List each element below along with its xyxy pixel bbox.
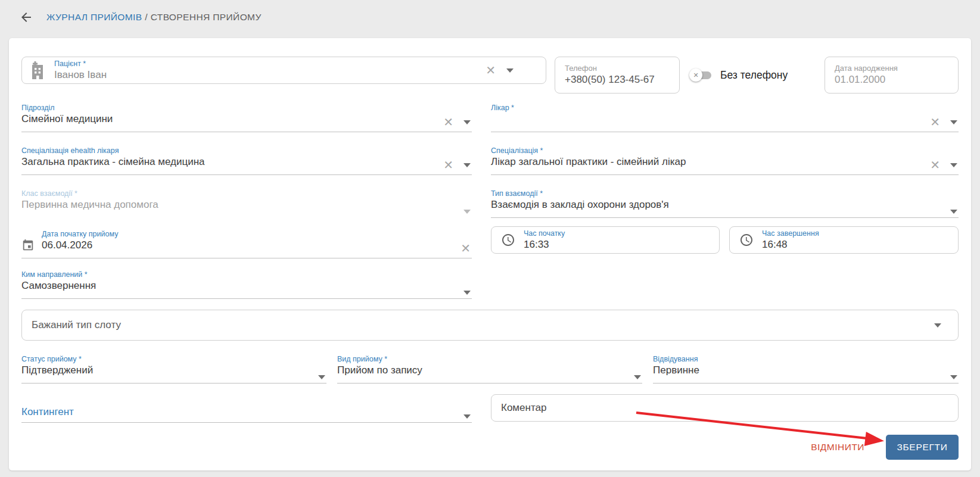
field-contingent[interactable]: Контингент: [21, 403, 472, 423]
field-underline: [337, 383, 642, 384]
chevron-down-icon[interactable]: [950, 375, 957, 379]
field-underline: [653, 383, 959, 384]
back-button[interactable]: [18, 9, 35, 26]
phone-field[interactable]: Телефон +380(50) 123-45-67: [555, 57, 680, 93]
top-bar: ЖУРНАЛ ПРИЙОМІВ / СТВОРЕННЯ ПРИЙОМУ: [0, 0, 980, 35]
status-label: Статус прийому *: [21, 355, 326, 364]
clear-icon[interactable]: ✕: [486, 64, 496, 76]
referred-by-label: Ким направлений *: [21, 270, 472, 279]
doctor-value: [491, 113, 959, 126]
patient-combobox[interactable]: Пацієнт * Іванов Іван ✕: [21, 57, 546, 84]
field-interaction-class: Клас взаємодії * Первинна медична допомо…: [21, 189, 472, 218]
start-date-label: Дата початку прийому: [42, 230, 472, 239]
clear-icon[interactable]: ✕: [930, 116, 940, 128]
clock-icon: [501, 233, 515, 247]
field-ehealth-specialization[interactable]: Спеціалізація ehealth лікаря Загальна пр…: [21, 146, 472, 175]
specialization-label: Спеціалізація *: [491, 146, 959, 155]
breadcrumb-journal-link[interactable]: ЖУРНАЛ ПРИЙОМІВ: [46, 12, 142, 22]
division-value: Сімейної медицини: [21, 113, 472, 126]
no-phone-label: Без телефону: [720, 69, 788, 82]
interaction-type-label: Тип взаємодії *: [491, 189, 959, 198]
appointment-form-card: Пацієнт * Іванов Іван ✕ Телефон +380(50)…: [9, 38, 971, 470]
field-attendance[interactable]: Відвідування Первинне: [653, 355, 959, 384]
specialization-value: Лікар загальної практики - сімейний ліка…: [491, 155, 959, 169]
patient-label: Пацієнт *: [54, 60, 107, 68]
field-underline: [491, 174, 959, 175]
chevron-down-icon[interactable]: [950, 210, 957, 214]
field-interaction-type[interactable]: Тип взаємодії * Взаємодія в закладі охор…: [491, 189, 959, 218]
chevron-down-icon[interactable]: [506, 68, 514, 73]
birth-date-label: Дата народження: [835, 64, 898, 73]
ehealth-specialization-value: Загальна практика - сімейна медицина: [21, 155, 472, 169]
status-value: Підтверджений: [21, 364, 326, 377]
chevron-down-icon[interactable]: [634, 375, 641, 379]
chevron-down-icon[interactable]: [463, 120, 471, 124]
field-underline: [21, 258, 472, 258]
doctor-label: Лікар *: [491, 104, 959, 113]
field-visit-kind[interactable]: Вид прийому * Прийом по запису: [337, 355, 642, 384]
arrow-left-icon: [19, 10, 33, 24]
clear-icon[interactable]: ✕: [930, 159, 940, 171]
interaction-type-value: Взаємодія в закладі охорони здоров'я: [491, 198, 959, 211]
comment-placeholder: Коментар: [501, 401, 546, 414]
no-phone-toggle-group: ✕ Без телефону: [689, 57, 788, 93]
end-time-field[interactable]: Час завершення 16:48: [729, 226, 959, 254]
birth-date-field[interactable]: Дата народження 01.01.2000: [825, 57, 959, 93]
end-time-value: 16:48: [762, 238, 819, 251]
field-underline: [491, 217, 959, 218]
start-date-value: 06.04.2026: [42, 239, 472, 252]
field-underline: [21, 383, 326, 384]
chevron-down-icon: [463, 210, 471, 214]
clear-icon[interactable]: ✕: [443, 116, 453, 128]
birth-date-value: 01.01.2000: [835, 73, 898, 86]
chevron-down-icon[interactable]: [950, 163, 957, 167]
breadcrumb: ЖУРНАЛ ПРИЙОМІВ / СТВОРЕННЯ ПРИЙОМУ: [46, 12, 262, 23]
ehealth-specialization-label: Спеціалізація ehealth лікаря: [21, 146, 472, 155]
comment-field[interactable]: Коментар: [491, 394, 959, 422]
attendance-value: Первинне: [653, 364, 959, 377]
contingent-label: Контингент: [21, 406, 74, 419]
patient-value: Іванов Іван: [54, 68, 107, 82]
chevron-down-icon[interactable]: [463, 163, 471, 167]
chevron-down-icon[interactable]: [463, 414, 471, 419]
slot-type-field[interactable]: Бажаний тип слоту: [21, 310, 959, 341]
visit-kind-value: Прийом по запису: [337, 364, 642, 377]
referred-by-value: Самозвернення: [21, 279, 472, 292]
breadcrumb-separator: /: [142, 12, 151, 22]
clear-icon[interactable]: ✕: [443, 159, 453, 171]
visit-kind-label: Вид прийому *: [337, 355, 642, 364]
division-label: Підрозділ: [21, 104, 472, 113]
field-referred-by[interactable]: Ким направлений * Самозвернення: [21, 270, 472, 299]
interaction-class-value: Первинна медична допомога: [21, 198, 472, 211]
field-doctor[interactable]: Лікар * ✕: [491, 104, 959, 132]
interaction-class-label: Клас взаємодії *: [21, 189, 472, 198]
chevron-down-icon[interactable]: [950, 120, 957, 124]
start-time-field[interactable]: Час початку 16:33: [491, 226, 720, 254]
cancel-button[interactable]: ВІДМІНИТИ: [811, 442, 864, 453]
start-time-label: Час початку: [524, 229, 565, 238]
chevron-down-icon[interactable]: [934, 323, 941, 328]
start-time-value: 16:33: [524, 238, 565, 251]
phone-label: Телефон: [565, 64, 655, 73]
field-underline: [21, 174, 472, 175]
calendar-icon[interactable]: [21, 238, 35, 252]
field-specialization[interactable]: Спеціалізація * Лікар загальної практики…: [491, 146, 959, 175]
save-button[interactable]: ЗБЕРЕГТИ: [886, 435, 959, 460]
field-underline: [491, 132, 959, 132]
page: ЖУРНАЛ ПРИЙОМІВ / СТВОРЕННЯ ПРИЙОМУ Паці…: [0, 0, 980, 477]
clear-icon[interactable]: ✕: [461, 242, 471, 254]
slot-type-placeholder: Бажаний тип слоту: [32, 319, 121, 332]
field-division[interactable]: Підрозділ Сімейної медицини ✕: [21, 104, 472, 132]
field-underline: [21, 298, 472, 299]
toggle-thumb: ✕: [689, 68, 702, 82]
field-underline: [21, 422, 472, 423]
field-status[interactable]: Статус прийому * Підтверджений: [21, 355, 326, 384]
no-phone-toggle[interactable]: ✕: [689, 69, 711, 81]
clock-icon: [739, 233, 754, 247]
chevron-down-icon[interactable]: [318, 375, 325, 379]
breadcrumb-current: СТВОРЕННЯ ПРИЙОМУ: [151, 12, 262, 22]
phone-value: +380(50) 123-45-67: [565, 73, 655, 86]
field-start-date[interactable]: Дата початку прийому 06.04.2026 ✕: [21, 230, 472, 258]
hospital-icon: [30, 61, 46, 79]
chevron-down-icon[interactable]: [463, 291, 471, 295]
